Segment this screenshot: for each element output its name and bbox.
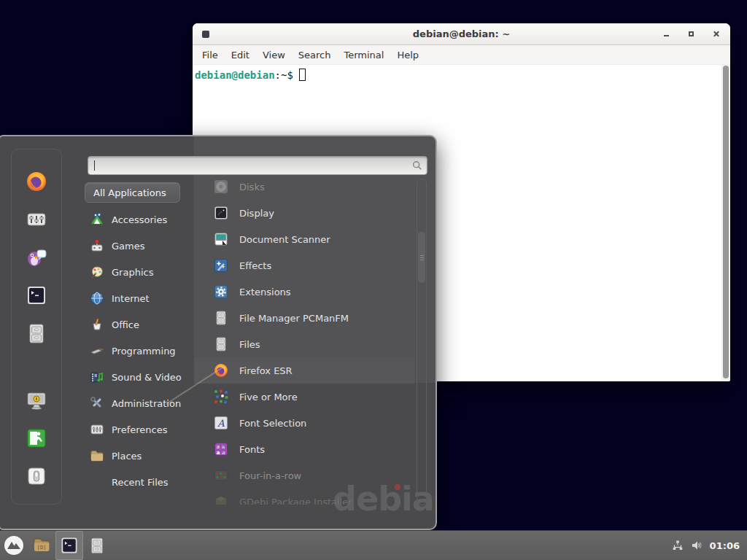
lock-screen-icon xyxy=(25,389,48,412)
app-item-document-scanner[interactable]: Document Scanner xyxy=(194,226,414,252)
volume-icon[interactable] xyxy=(691,540,703,551)
menu-favorites-rail xyxy=(11,149,62,505)
category-label: Administration xyxy=(112,398,181,409)
administration-icon xyxy=(90,396,104,411)
scrollbar-grip xyxy=(420,255,424,256)
extensions-icon xyxy=(213,284,229,300)
favorite-settings-button[interactable] xyxy=(24,208,49,246)
log-out-button[interactable] xyxy=(24,427,49,464)
app-item-four-in-a-row[interactable]: Four-in-a-row xyxy=(194,462,414,489)
category-label: Graphics xyxy=(112,267,153,278)
network-icon[interactable] xyxy=(672,540,684,551)
scrollbar-grip xyxy=(420,260,424,260)
app-label: Fonts xyxy=(239,444,265,455)
file-cabinet-icon xyxy=(25,322,48,345)
terminal-icon xyxy=(25,284,48,307)
menu-scrollbar-thumb[interactable] xyxy=(418,232,425,283)
taskbar-clock[interactable]: 01:06 xyxy=(710,540,740,551)
favorite-pidgin-button[interactable] xyxy=(24,246,49,284)
category-label: Places xyxy=(112,451,142,462)
favorite-file-manager-button[interactable] xyxy=(24,322,49,359)
category-list: All Applications Accessories Games xyxy=(85,182,201,495)
category-office[interactable]: Office xyxy=(85,311,201,338)
disks-icon xyxy=(213,179,229,195)
terminal-scrollbar[interactable] xyxy=(721,65,730,381)
category-internet[interactable]: Internet xyxy=(85,285,201,311)
application-list: Disks Display Document Scanner xyxy=(194,179,414,505)
shut-down-button[interactable] xyxy=(24,464,49,502)
desktop-folder-button[interactable]: [D] xyxy=(28,531,55,560)
taskbar-terminal-button[interactable] xyxy=(55,531,83,560)
app-item-extensions[interactable]: Extensions xyxy=(194,279,414,305)
menu-search-input[interactable] xyxy=(88,156,427,175)
menu-help[interactable]: Help xyxy=(390,47,425,63)
app-item-font-selection[interactable]: A Font Selection xyxy=(194,410,414,436)
prompt-user-host: debian@debian xyxy=(195,69,275,81)
category-label: Programming xyxy=(112,346,176,357)
app-menu-icon xyxy=(4,535,24,556)
category-sound-video[interactable]: Sound & Video xyxy=(85,364,201,390)
app-label: Extensions xyxy=(239,287,291,298)
category-games[interactable]: Games xyxy=(85,233,201,259)
app-item-files[interactable]: Files xyxy=(194,331,414,357)
category-label: Accessories xyxy=(112,214,167,225)
category-preferences[interactable]: Preferences xyxy=(85,416,201,443)
shut-down-icon xyxy=(25,464,48,488)
menu-edit[interactable]: Edit xyxy=(225,47,256,63)
category-accessories[interactable]: Accessories xyxy=(85,206,201,233)
app-label: Document Scanner xyxy=(239,234,330,245)
close-button[interactable] xyxy=(711,30,720,39)
maximize-button[interactable] xyxy=(686,30,695,39)
app-item-file-manager-pcmanfm[interactable]: File Manager PCManFM xyxy=(194,305,414,331)
category-programming[interactable]: Programming xyxy=(85,338,201,364)
effects-icon xyxy=(213,257,229,273)
lock-screen-button[interactable] xyxy=(24,389,49,427)
taskbar: [D] xyxy=(0,530,747,560)
app-item-firefox-esr[interactable]: Firefox ESR xyxy=(194,357,414,384)
file-cabinet-icon xyxy=(88,536,107,555)
app-label: Firefox ESR xyxy=(239,365,293,376)
menu-view[interactable]: View xyxy=(256,47,292,63)
application-menu: debian xyxy=(0,135,437,530)
menu-terminal[interactable]: Terminal xyxy=(337,47,390,63)
app-label: GDebi Package Installer xyxy=(239,497,352,505)
category-label: Internet xyxy=(112,293,150,304)
app-menu-button[interactable] xyxy=(0,531,28,560)
taskbar-file-manager-button[interactable] xyxy=(83,531,111,560)
svg-text:a: a xyxy=(217,450,220,456)
menu-file[interactable]: File xyxy=(196,47,225,63)
category-places[interactable]: Places xyxy=(85,443,201,469)
app-item-gdebi-package-installer[interactable]: GDebi Package Installer xyxy=(194,489,414,505)
log-out-icon xyxy=(25,427,48,450)
category-administration[interactable]: Administration xyxy=(85,390,201,416)
favorite-terminal-button[interactable] xyxy=(24,284,49,322)
terminal-titlebar[interactable]: debian@debian: ~ xyxy=(193,23,730,45)
app-label: Display xyxy=(239,208,274,219)
favorite-firefox-button[interactable] xyxy=(24,170,49,208)
app-label: File Manager PCManFM xyxy=(239,313,349,324)
app-item-effects[interactable]: Effects xyxy=(194,252,414,279)
app-item-disks[interactable]: Disks xyxy=(194,179,414,200)
minimize-button[interactable] xyxy=(662,30,670,39)
app-item-five-or-more[interactable]: Five or More xyxy=(194,384,414,410)
category-graphics[interactable]: Graphics xyxy=(85,259,201,285)
svg-text:[D]: [D] xyxy=(37,545,47,551)
scrollbar-grip xyxy=(420,257,424,258)
search-icon xyxy=(412,160,422,171)
menu-search[interactable]: Search xyxy=(292,47,338,63)
prompt-path: :~$ xyxy=(275,69,293,81)
terminal-menubar: File Edit View Search Terminal Help xyxy=(193,45,730,65)
app-label: Four-in-a-row xyxy=(239,470,301,481)
category-recent-files[interactable]: Recent Files xyxy=(85,469,201,495)
preferences-panel-icon xyxy=(25,208,48,231)
category-all-applications[interactable]: All Applications xyxy=(85,182,180,203)
programming-icon xyxy=(90,343,104,358)
terminal-scrollbar-thumb[interactable] xyxy=(723,66,729,378)
minimize-icon xyxy=(664,35,669,36)
app-item-display[interactable]: Display xyxy=(194,200,414,226)
menu-scrollbar[interactable] xyxy=(417,179,427,505)
app-label: Effects xyxy=(239,260,271,271)
sound-video-icon xyxy=(90,370,104,384)
app-item-fonts[interactable]: a a a a Fonts xyxy=(194,436,414,462)
search-text-caret xyxy=(94,160,95,171)
